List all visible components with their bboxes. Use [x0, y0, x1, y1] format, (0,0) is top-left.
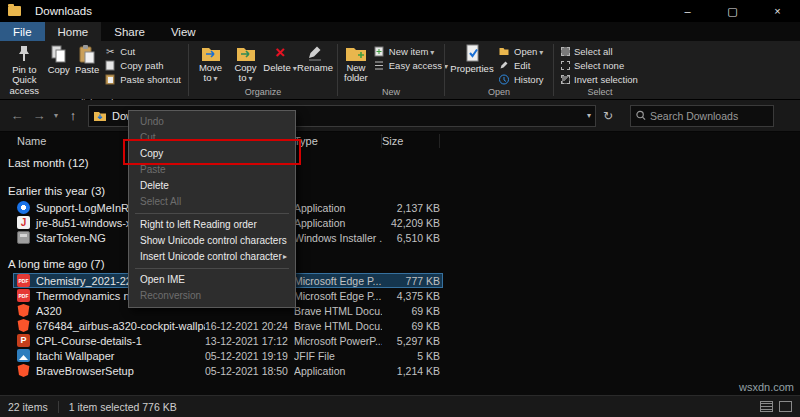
select-none-button[interactable]: Select none [558, 58, 641, 72]
menu-item-show-unicode-control-characters[interactable]: Show Unicode control characters [129, 233, 295, 249]
group-header-a-long-time-ago-7[interactable]: A long time ago (7) [8, 255, 800, 273]
tab-view[interactable]: View [158, 22, 209, 41]
menu-item-label: Copy [140, 148, 163, 160]
up-button[interactable]: ↑ [62, 108, 84, 123]
chevron-down-icon: ▾ [430, 48, 434, 57]
details-view-icon[interactable] [760, 401, 773, 412]
file-size: 69 KB [382, 305, 440, 317]
file-size: 5,297 KB [382, 335, 440, 347]
ribbon-tabs: File Home Share View [0, 22, 800, 41]
menu-item-label: Undo [140, 116, 164, 128]
brave-file-icon [17, 319, 30, 332]
select-all-button[interactable]: Select all [558, 44, 641, 58]
move-to-label: Move to▾ [195, 63, 226, 84]
pin-to-quick-access-button[interactable]: Pin to Quick access [4, 43, 45, 97]
refresh-button[interactable]: ↻ [596, 109, 620, 123]
edit-button[interactable]: Edit [495, 58, 547, 72]
rename-icon [306, 44, 324, 62]
open-button[interactable]: Open▾ [495, 44, 547, 58]
paste-label: Paste [75, 65, 99, 75]
title-bar: Downloads – ▢ × [0, 0, 800, 22]
menu-item-right-to-left-reading-order[interactable]: Right to left Reading order [129, 217, 295, 233]
new-folder-icon [345, 44, 367, 62]
address-dropdown-icon[interactable]: ▾ [587, 111, 591, 120]
cut-button[interactable]: ✂ Cut [101, 44, 184, 58]
watermark: wsxdn.com [739, 381, 794, 393]
image-file-icon [17, 349, 30, 362]
file-row-676484-airbus-a320-cockpit-wallpapers[interactable]: 676484_airbus-a320-cockpit-wallpapers_..… [13, 318, 443, 333]
delete-button[interactable]: × Delete▾ [263, 43, 297, 75]
copy-path-label: Copy path [120, 60, 163, 71]
copy-path-button[interactable]: Copy path [101, 58, 184, 72]
menu-item-open-ime[interactable]: Open IME [129, 272, 295, 288]
file-row-itachi-wallpaper[interactable]: Itachi Wallpaper05-12-2021 19:19JFIF Fil… [13, 348, 443, 363]
delete-label: Delete▾ [263, 63, 296, 74]
ribbon-group-organize: Move to▾ Copy to▾ × Delete▾ Rename Organ… [189, 41, 337, 99]
edit-icon [498, 60, 510, 70]
search-box[interactable] [630, 105, 774, 127]
new-item-button[interactable]: New item▾ [370, 44, 451, 58]
menu-item-label: Cut [140, 132, 156, 144]
column-header-type[interactable]: Type [294, 134, 382, 148]
select-group-label: Select [554, 86, 646, 99]
group-label: Earlier this year (3) [8, 185, 105, 197]
search-input[interactable] [650, 110, 768, 122]
history-button[interactable]: History [495, 72, 547, 86]
group-header-earlier-this-year-3[interactable]: Earlier this year (3) [8, 182, 800, 200]
ppt-file-icon [17, 334, 30, 347]
menu-item-cut: Cut [129, 130, 295, 146]
menu-item-label: Right to left Reading order [140, 219, 257, 231]
installer-file-icon [17, 231, 30, 244]
file-name: StarToken-NG [36, 232, 106, 244]
page-icon [104, 60, 116, 71]
menu-item-delete[interactable]: Delete [129, 178, 295, 194]
copy-to-button[interactable]: Copy to▾ [228, 43, 263, 85]
file-name: 676484_airbus-a320-cockpit-wallpapers_..… [36, 320, 205, 332]
column-header-size[interactable]: Size [382, 134, 440, 148]
minimize-button[interactable]: – [665, 0, 710, 22]
copy-icon [49, 44, 69, 64]
file-row-bravebrowsersetup[interactable]: BraveBrowserSetup05-12-2021 18:50Applica… [13, 363, 443, 378]
file-row-cpl-course-details-1[interactable]: CPL-Course-details-113-12-2021 17:12Micr… [13, 333, 443, 348]
paste-button[interactable]: Paste [73, 43, 101, 76]
ribbon-group-new: New folder New item▾ Easy access▾ New [338, 41, 444, 99]
copy-button[interactable]: Copy [45, 43, 73, 76]
menu-item-insert-unicode-control-character[interactable]: Insert Unicode control character▸ [129, 249, 295, 265]
open-group-label: Open [445, 86, 553, 99]
close-button[interactable]: × [755, 0, 800, 22]
maximize-button[interactable]: ▢ [710, 0, 755, 22]
file-size: 1,214 KB [382, 365, 440, 377]
file-date-modified: 13-12-2021 17:12 [205, 335, 294, 347]
forward-button[interactable]: → [28, 108, 50, 123]
tab-home[interactable]: Home [45, 22, 102, 41]
pin-label: Pin to Quick access [6, 65, 43, 96]
tab-share[interactable]: Share [101, 22, 158, 41]
pdf-file-icon [17, 274, 30, 287]
tab-file[interactable]: File [0, 22, 45, 41]
move-to-button[interactable]: Move to▾ [193, 43, 228, 85]
menu-item-copy[interactable]: Copy [129, 146, 295, 162]
rename-button[interactable]: Rename [297, 43, 333, 74]
status-divider [58, 401, 59, 413]
menu-separator [135, 268, 289, 269]
properties-button[interactable]: Properties [449, 43, 495, 75]
submenu-arrow-icon: ▸ [283, 251, 287, 263]
paste-shortcut-button[interactable]: Paste shortcut [101, 72, 184, 86]
file-date-modified: 16-12-2021 20:24 [205, 320, 294, 332]
new-folder-label: New folder [344, 63, 368, 84]
group-header-last-month-12[interactable]: Last month (12) [8, 154, 800, 172]
invert-selection-button[interactable]: Invert selection [558, 72, 641, 86]
copy-label: Copy [48, 65, 70, 75]
new-folder-button[interactable]: New folder [342, 43, 370, 85]
menu-item-select-all: Select All [129, 194, 295, 210]
back-button[interactable]: ← [6, 108, 28, 123]
file-type: Windows Installer ... [294, 232, 382, 244]
menu-item-label: Open IME [140, 274, 185, 286]
open-icon [498, 46, 510, 56]
easy-access-label: Easy access▾ [389, 60, 448, 71]
invert-selection-label: Invert selection [574, 74, 638, 85]
large-icons-view-icon[interactable] [779, 401, 792, 412]
file-size: 4,375 KB [382, 290, 440, 302]
easy-access-button[interactable]: Easy access▾ [370, 58, 451, 72]
recent-locations-button[interactable]: ▾ [50, 111, 62, 120]
